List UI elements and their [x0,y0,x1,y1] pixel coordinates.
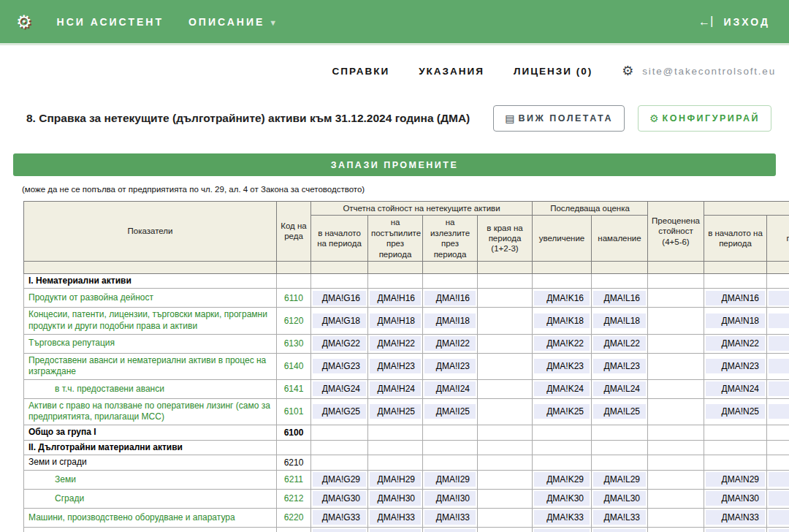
cell-input[interactable]: ДМА!H16 [370,291,421,305]
cell-input[interactable]: ДМА!H24 [370,381,421,396]
cell-input[interactable]: ДМА!K25 [534,404,590,419]
cell-input[interactable]: ДМА!N34 [706,529,765,532]
cell-input[interactable]: ДМА!K23 [534,359,590,373]
value-cell: ДМА!N33 [704,508,767,527]
value-cell: ДМА!I33 [423,508,478,527]
cell-input[interactable]: ДМА!K30 [534,491,590,506]
cell-input[interactable]: ДМА!K22 [534,336,590,351]
menu-description[interactable]: ОПИСАНИЕ▼ [188,16,277,28]
brand-title[interactable]: НСИ АСИСТЕНТ [57,16,164,28]
cell-input[interactable]: ДМА!G25 [313,404,366,419]
cell-input[interactable]: ДМА!I24 [424,381,476,396]
cell-input[interactable]: ДМА!L33 [593,510,646,525]
cell-input[interactable] [769,359,789,373]
cell-input[interactable]: ДМА!L23 [593,359,646,373]
cell-input[interactable]: ДМА!N29 [706,472,765,487]
cell-input[interactable]: ДМА!L22 [593,336,646,351]
table-row: Общо за група I6100 [24,425,789,441]
empty-cell [368,425,423,441]
cell-input[interactable]: ДМА!H25 [370,404,421,419]
cell-input[interactable]: ДМА!L24 [593,381,646,396]
cell-input[interactable]: ДМА!H33 [370,510,421,525]
cell-input[interactable]: ДМА!K34 [534,529,590,532]
cell-input[interactable]: ДМА!H29 [370,472,421,487]
secondary-nav: СПРАВКИ УКАЗАНИЯ ЛИЦЕНЗИ (0) ⚙ site@take… [0,45,789,79]
value-cell: ДМА!L25 [592,398,648,425]
cell-input[interactable]: ДМА!N30 [706,491,765,506]
cell-input[interactable]: ДМА!I23 [424,359,476,373]
nav-item-spravki[interactable]: СПРАВКИ [332,66,390,77]
cell-input[interactable]: ДМА!I25 [424,404,476,419]
cell-input[interactable] [769,404,789,419]
cell-input[interactable]: ДМА!L18 [593,314,646,328]
cell-input[interactable]: ДМА!L34 [593,529,646,532]
cell-input[interactable]: ДМА!G33 [313,510,366,525]
account-email[interactable]: site@takecontrolsoft.eu [642,66,776,77]
cell-input[interactable]: ДМА!N24 [706,381,765,396]
cell-input[interactable]: ДМА!I18 [424,314,476,328]
value-cell: ДМА!L22 [592,334,648,353]
cell-input[interactable] [769,291,789,305]
view-fields-button[interactable]: ▤ ВИЖ ПОЛЕТАТА [493,105,625,132]
cell-input[interactable] [769,336,789,351]
cell-input[interactable]: ДМА!I29 [424,472,476,487]
settings-gear-icon[interactable]: ⚙ [622,63,633,79]
app-logo-gear-icon[interactable]: ⚙ [16,12,32,32]
value-cell: ДМА!G33 [311,508,368,527]
cell-input[interactable]: ДМА!N16 [706,291,765,305]
cell-input[interactable]: ДМА!K18 [534,314,590,328]
empty-cell [423,273,478,289]
cell-input[interactable]: ДМА!H23 [370,359,421,373]
cell-input[interactable]: ДМА!N18 [706,314,765,328]
cell-input[interactable] [769,314,789,328]
cell-input[interactable] [769,491,789,506]
col-header-disposed: на излезлите през периода [423,216,478,262]
cell-input[interactable] [769,510,789,525]
empty-cell [648,353,704,379]
cell-input[interactable]: ДМА!L29 [593,472,646,487]
cell-input[interactable] [769,529,789,532]
cell-input[interactable]: ДМА!G23 [313,359,366,373]
cell-input[interactable]: ДМА!G22 [313,336,366,351]
cell-input[interactable]: ДМА!H22 [370,336,421,351]
logout-button[interactable]: ←| ИЗХОД [698,15,770,29]
configure-button[interactable]: ⚙ КОНФИГУРИРАЙ [638,105,771,132]
cell-input[interactable]: ДМА!K29 [534,472,590,487]
cell-input[interactable]: ДМА!N25 [706,404,765,419]
cell-input[interactable]: ДМА!G16 [313,291,366,305]
cell-input[interactable]: ДМА!I22 [424,336,476,351]
save-changes-button[interactable]: ЗАПАЗИ ПРОМЕНИТЕ [13,153,776,176]
nav-item-licenzi[interactable]: ЛИЦЕНЗИ (0) [514,66,592,77]
cell-input[interactable] [769,472,789,487]
cell-input[interactable]: ДМА!L16 [593,291,646,305]
cell-input[interactable]: ДМА!H34 [370,529,421,532]
cell-input[interactable]: ДМА!K16 [534,291,590,305]
cell-input[interactable]: ДМА!N33 [706,510,765,525]
cell-input[interactable]: ДМА!I16 [424,291,476,305]
cell-input[interactable]: ДМА!G34 [313,529,366,532]
cell-input[interactable] [769,381,789,396]
value-cell: ДМА!H18 [368,308,423,334]
cell-input[interactable]: ДМА!G30 [313,491,366,506]
cell-input[interactable]: ДМА!N22 [706,336,765,351]
cell-input[interactable]: ДМА!G24 [313,381,366,396]
cell-input[interactable]: ДМА!K33 [534,510,590,525]
cell-input[interactable]: ДМА!I34 [424,529,476,532]
cell-input[interactable]: ДМА!I33 [424,510,476,525]
cell-input[interactable]: ДМА!K24 [534,381,590,396]
value-cell: ДМА!K23 [533,353,592,379]
table-row: Концесии, патенти, лицензии, търговски м… [24,308,789,334]
value-cell: ДМА!I16 [423,289,478,308]
nav-item-ukazania[interactable]: УКАЗАНИЯ [419,66,484,77]
cell-input[interactable]: ДМА!N23 [706,359,765,373]
cell-input[interactable]: ДМА!L25 [593,404,646,419]
cell-input[interactable]: ДМА!I30 [424,491,476,506]
row-label: Продукти от развойна дейност [24,289,277,308]
cell-input[interactable]: ДМА!G18 [313,314,366,328]
cell-input[interactable]: ДМА!H30 [370,491,421,506]
cell-input[interactable]: ДМА!G29 [313,472,366,487]
index-a [24,261,277,273]
cell-input[interactable]: ДМА!H18 [370,314,421,328]
value-cell: ДМА!H33 [368,508,423,527]
cell-input[interactable]: ДМА!L30 [593,491,646,506]
